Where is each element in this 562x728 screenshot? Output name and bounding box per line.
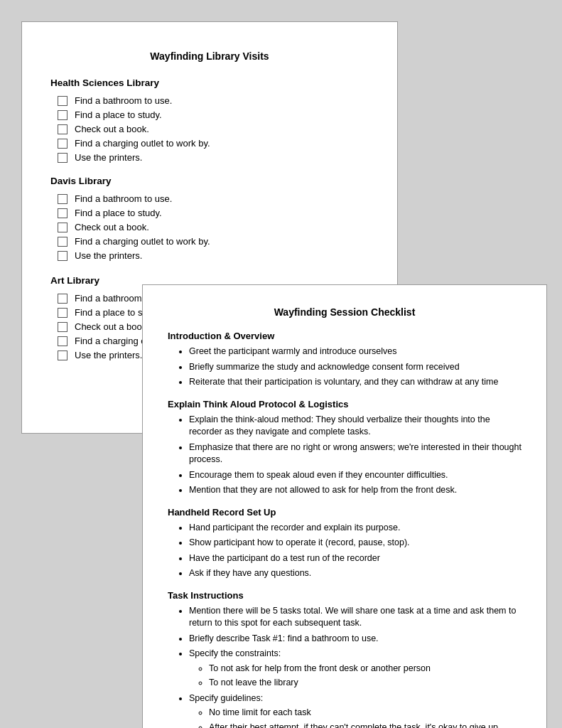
- list-item: Find a bathroom to use.: [58, 95, 369, 106]
- list-item: To not leave the library: [209, 677, 522, 690]
- list-item: Find a charging outlet to work by.: [58, 236, 369, 247]
- davis-heading: Davis Library: [50, 176, 369, 186]
- list-item: Check out a book.: [58, 222, 369, 232]
- handheld-list: Hand participant the recorder and explai…: [168, 522, 522, 580]
- list-item: Briefly summarize the study and acknowle…: [189, 361, 522, 374]
- list-item: Emphasize that there are no right or wro…: [189, 441, 522, 466]
- intro-list: Greet the participant warmly and introdu…: [168, 346, 522, 389]
- think-aloud-list: Explain the think-aloud method: They sho…: [168, 414, 522, 497]
- list-item: Specify the constraints: To not ask for …: [189, 648, 522, 690]
- list-item: No time limit for each task: [209, 707, 522, 719]
- list-item: Greet the participant warmly and introdu…: [189, 346, 522, 358]
- list-item: Have the participant do a test run of th…: [189, 552, 522, 565]
- list-item: Ask if they have any questions.: [189, 567, 522, 580]
- front-page-title: Wayfinding Session Checklist: [168, 306, 522, 318]
- checkbox-icon: [58, 139, 67, 149]
- intro-section: Introduction & Overview Greet the partic…: [168, 331, 522, 389]
- list-item: To not ask for help from the front desk …: [209, 663, 522, 675]
- list-item: Use the printers.: [58, 152, 369, 163]
- list-item: Use the printers.: [58, 250, 369, 261]
- task-instructions-heading: Task Instructions: [168, 590, 522, 601]
- list-item: Explain the think-aloud method: They sho…: [189, 414, 522, 439]
- checkbox-icon: [58, 308, 67, 318]
- task-instructions-section: Task Instructions Mention there will be …: [168, 590, 522, 729]
- list-item: Briefly describe Task #1: find a bathroo…: [189, 633, 522, 646]
- list-item: Reiterate that their participation is vo…: [189, 376, 522, 389]
- checkbox-icon: [58, 124, 67, 134]
- handheld-heading: Handheld Record Set Up: [168, 507, 522, 518]
- checkbox-icon: [58, 194, 67, 204]
- davis-section: Davis Library Find a bathroom to use. Fi…: [50, 176, 369, 261]
- list-item: Mention there will be 5 tasks total. We …: [189, 605, 522, 630]
- health-sciences-heading: Health Sciences Library: [50, 77, 369, 88]
- checkbox-icon: [58, 237, 67, 247]
- list-item: Specify guidelines: No time limit for ea…: [189, 692, 522, 729]
- list-item: Show participant how to operate it (reco…: [189, 537, 522, 550]
- checkbox-icon: [58, 223, 67, 232]
- checkbox-icon: [58, 336, 67, 346]
- health-sciences-checklist: Find a bathroom to use. Find a place to …: [50, 95, 369, 163]
- list-item: Find a charging outlet to work by.: [58, 138, 369, 149]
- constraints-list: To not ask for help from the front desk …: [189, 663, 522, 690]
- list-item: Hand participant the recorder and explai…: [189, 522, 522, 535]
- health-sciences-section: Health Sciences Library Find a bathroom …: [50, 77, 369, 163]
- checkbox-icon: [58, 251, 67, 261]
- list-item: Find a place to study.: [58, 109, 369, 120]
- task-instructions-list: Mention there will be 5 tasks total. We …: [168, 605, 522, 729]
- handheld-section: Handheld Record Set Up Hand participant …: [168, 507, 522, 580]
- list-item: Mention that they are not allowed to ask…: [189, 484, 522, 497]
- checkbox-icon: [58, 322, 67, 332]
- checkbox-icon: [58, 208, 67, 218]
- think-aloud-section: Explain Think Aloud Protocol & Logistics…: [168, 399, 522, 497]
- guidelines-list: No time limit for each task After their …: [189, 707, 522, 728]
- back-page-title: Wayfinding Library Visits: [50, 50, 369, 62]
- checkbox-icon: [58, 294, 67, 304]
- intro-heading: Introduction & Overview: [168, 331, 522, 341]
- checkbox-icon: [58, 110, 67, 120]
- list-item: After their best attempt, if they can't …: [209, 722, 522, 729]
- list-item: Check out a book.: [58, 124, 369, 134]
- list-item: Encourage them to speak aloud even if th…: [189, 469, 522, 482]
- think-aloud-heading: Explain Think Aloud Protocol & Logistics: [168, 399, 522, 410]
- checkbox-icon: [58, 153, 67, 163]
- front-page: Wayfinding Session Checklist Introductio…: [142, 284, 547, 728]
- list-item: Find a bathroom to use.: [58, 193, 369, 204]
- checkbox-icon: [58, 96, 67, 106]
- checkbox-icon: [58, 350, 67, 360]
- davis-checklist: Find a bathroom to use. Find a place to …: [50, 193, 369, 261]
- list-item: Find a place to study.: [58, 208, 369, 218]
